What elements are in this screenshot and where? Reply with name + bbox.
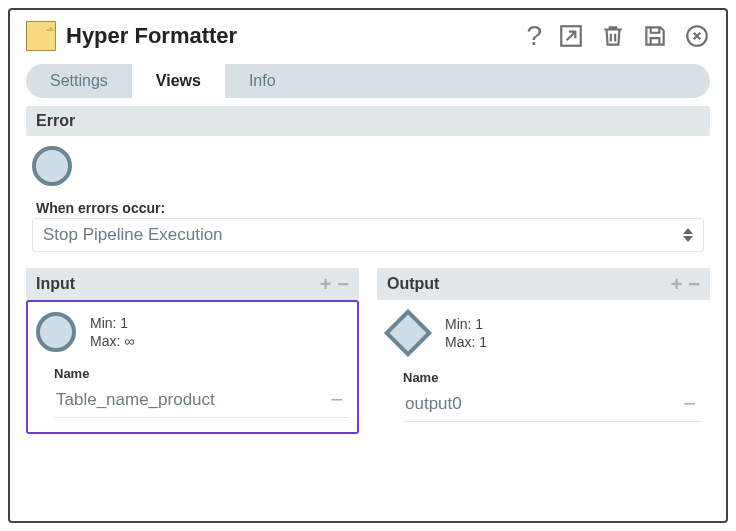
output-name-field[interactable]: [405, 394, 679, 414]
node-note-icon: [26, 21, 56, 51]
error-behavior-select[interactable]: Stop Pipeline Execution: [32, 218, 704, 252]
input-min-label: Min: 1: [90, 314, 134, 332]
error-section-body: When errors occur: Stop Pipeline Executi…: [26, 136, 710, 258]
error-section-header: Error: [26, 106, 710, 136]
panel-title: Hyper Formatter: [66, 23, 237, 49]
input-name-row: −: [54, 383, 349, 418]
input-port-icon: [36, 312, 76, 352]
error-port-icon: [32, 146, 72, 186]
input-max-label: Max: ∞: [90, 332, 134, 350]
output-remove-button[interactable]: −: [688, 274, 700, 294]
input-remove-button[interactable]: −: [337, 274, 349, 294]
output-section-header: Output + −: [377, 268, 710, 300]
error-behavior-value: Stop Pipeline Execution: [43, 225, 223, 245]
error-section-title: Error: [36, 112, 75, 130]
close-icon[interactable]: [684, 23, 710, 49]
output-name-remove-button[interactable]: −: [679, 391, 700, 417]
select-stepper-icon: [683, 227, 693, 243]
header-toolbar: ?: [526, 20, 710, 52]
trash-icon[interactable]: [600, 23, 626, 49]
input-section-header: Input + −: [26, 268, 359, 300]
output-name-label: Name: [403, 370, 702, 385]
input-name-field[interactable]: [56, 390, 326, 410]
export-icon[interactable]: [558, 23, 584, 49]
output-name-row: −: [403, 387, 702, 422]
input-minmax: Min: 1 Max: ∞: [90, 314, 134, 350]
help-icon[interactable]: ?: [526, 20, 542, 52]
formatter-panel: Hyper Formatter ? Settings Views Info Er…: [8, 8, 728, 523]
save-icon[interactable]: [642, 23, 668, 49]
output-max-label: Max: 1: [445, 333, 487, 351]
tab-views[interactable]: Views: [132, 64, 225, 98]
input-name-label: Name: [54, 366, 349, 381]
input-column: Input + − Min: 1 Max: ∞ Name −: [26, 268, 359, 436]
tab-info[interactable]: Info: [225, 64, 300, 98]
input-section-title: Input: [36, 275, 75, 293]
panel-header: Hyper Formatter ?: [26, 20, 710, 52]
output-section-title: Output: [387, 275, 439, 293]
output-add-button[interactable]: +: [671, 274, 683, 294]
error-behavior-label: When errors occur:: [36, 200, 704, 216]
input-add-button[interactable]: +: [320, 274, 332, 294]
output-minmax: Min: 1 Max: 1: [445, 315, 487, 351]
output-port-icon: [384, 309, 432, 357]
output-min-label: Min: 1: [445, 315, 487, 333]
tab-settings[interactable]: Settings: [26, 64, 132, 98]
tab-bar: Settings Views Info: [26, 64, 710, 98]
input-name-remove-button[interactable]: −: [326, 387, 347, 413]
io-row: Input + − Min: 1 Max: ∞ Name −: [26, 268, 710, 436]
output-port-card: Min: 1 Max: 1 Name −: [377, 300, 710, 436]
output-column: Output + − Min: 1 Max: 1 Name −: [377, 268, 710, 436]
input-port-card: Min: 1 Max: ∞ Name −: [26, 300, 359, 434]
